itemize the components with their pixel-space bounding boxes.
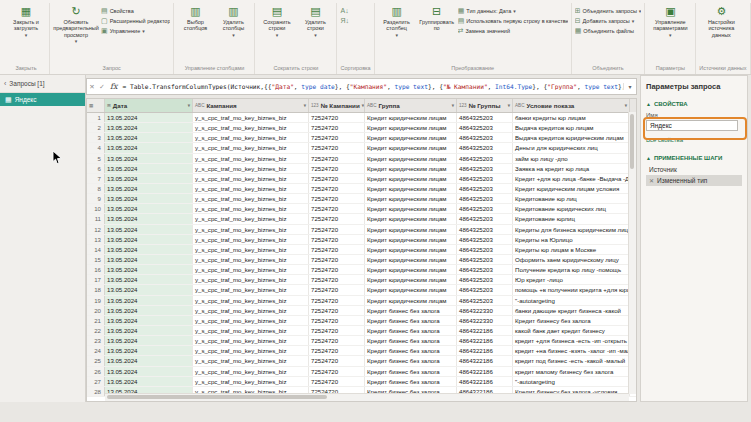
- table-cell[interactable]: 13.05.2024: [105, 214, 193, 223]
- table-cell[interactable]: Кредит юридическим лицам: [365, 275, 457, 284]
- keep-rows-button[interactable]: ▤Сохранить строки▾: [258, 3, 295, 40]
- table-cell[interactable]: 13.05.2024: [105, 265, 193, 274]
- table-cell[interactable]: займ юр лицу -дпо: [513, 154, 630, 163]
- table-cell[interactable]: y_s_cpc_traf_mo_key_biznes_biz: [193, 275, 309, 284]
- column-header-№ Группы[interactable]: 123№ Группы▾: [457, 99, 513, 112]
- table-cell[interactable]: y_s_cpc_traf_mo_key_biznes_biz: [193, 174, 309, 183]
- table-cell[interactable]: Кредит юридическим лицам: [365, 123, 457, 132]
- table-cell[interactable]: 4864322186: [457, 377, 513, 386]
- merge-queries-button[interactable]: ⊞Объединить запросы▾: [575, 7, 642, 15]
- table-cell[interactable]: Деньги для юридических лиц: [513, 143, 630, 152]
- table-cell[interactable]: Получение кредита юр лицу -помощь: [513, 265, 630, 274]
- row-number-cell[interactable]: 1: [87, 113, 105, 122]
- split-column-button[interactable]: ▥Разделить столбец▾: [378, 3, 416, 40]
- row-number-cell[interactable]: 19: [87, 296, 105, 305]
- advanced-editor-button[interactable]: ▢Расширенный редактор: [101, 17, 170, 25]
- table-cell[interactable]: 13.05.2024: [105, 235, 193, 244]
- table-cell[interactable]: Кредит юридическим лицам: [365, 255, 457, 264]
- row-number-cell[interactable]: 28: [87, 387, 105, 396]
- row-number-cell[interactable]: 6: [87, 164, 105, 173]
- table-cell[interactable]: 4864322186: [457, 346, 513, 355]
- table-cell[interactable]: 72524720: [309, 275, 365, 284]
- table-cell[interactable]: 13.05.2024: [105, 285, 193, 294]
- table-cell[interactable]: 72524720: [309, 346, 365, 355]
- replace-values-button[interactable]: ⇄Замена значений: [458, 27, 568, 35]
- vertical-scrollbar[interactable]: [628, 112, 636, 394]
- collapse-section-icon[interactable]: ▲: [646, 155, 651, 161]
- table-cell[interactable]: "-autotargeting: [513, 296, 630, 305]
- table-cell[interactable]: Кредит юридическим лицам: [365, 296, 457, 305]
- table-cell[interactable]: 4864325203: [457, 255, 513, 264]
- remove-rows-button[interactable]: ▤Удалить строки▾: [297, 3, 333, 40]
- table-cell[interactable]: y_s_cpc_traf_mo_key_biznes_biz: [193, 123, 309, 132]
- row-number-cell[interactable]: 22: [87, 326, 105, 335]
- table-cell[interactable]: Кредитование юр лиц: [513, 194, 630, 203]
- table-cell[interactable]: Кредит +для юр лица -банке -Выдача -День…: [513, 174, 630, 183]
- table-cell[interactable]: 4864322186: [457, 367, 513, 376]
- table-cell[interactable]: y_s_cpc_traf_mo_key_biznes_biz: [193, 367, 309, 376]
- table-cell[interactable]: Кредит юридическим лицам условия: [513, 184, 630, 193]
- table-cell[interactable]: какой банк дает кредит бизнесу: [513, 326, 630, 335]
- sort-descending-button[interactable]: Я↓: [340, 17, 349, 25]
- table-cell[interactable]: Кредитование юридических лиц: [513, 204, 630, 213]
- expand-formula-bar-icon[interactable]: ▾: [623, 83, 636, 90]
- delete-step-icon[interactable]: ✕: [649, 177, 654, 184]
- table-cell[interactable]: 4864325203: [457, 265, 513, 274]
- properties-button[interactable]: ▤Свойства: [101, 7, 170, 15]
- data-type-button[interactable]: ▦Тип данных: Дата▾: [458, 7, 568, 15]
- table-cell[interactable]: 72524720: [309, 123, 365, 132]
- filter-icon[interactable]: ▾: [362, 103, 364, 108]
- table-cell[interactable]: 13.05.2024: [105, 275, 193, 284]
- table-cell[interactable]: y_s_cpc_traf_mo_key_biznes_biz: [193, 255, 309, 264]
- table-cell[interactable]: Юр кредит -лицо: [513, 275, 630, 284]
- cancel-formula-icon[interactable]: ✕: [87, 83, 97, 91]
- table-cell[interactable]: 4864325203: [457, 184, 513, 193]
- manage-button[interactable]: ▣Управление▾: [101, 27, 170, 35]
- table-cell[interactable]: 72524720: [309, 255, 365, 264]
- table-cell[interactable]: y_s_cpc_traf_mo_key_biznes_biz: [193, 346, 309, 355]
- table-cell[interactable]: 72524720: [309, 326, 365, 335]
- table-cell[interactable]: 4864325203: [457, 225, 513, 234]
- table-cell[interactable]: 13.05.2024: [105, 356, 193, 365]
- table-cell[interactable]: Кредит бизнес без залога: [365, 336, 457, 345]
- row-number-cell[interactable]: 27: [87, 377, 105, 386]
- table-cell[interactable]: кредит под бизнес -есть -какой -малый: [513, 356, 630, 365]
- table-cell[interactable]: 13.05.2024: [105, 326, 193, 335]
- table-cell[interactable]: 72524720: [309, 174, 365, 183]
- applied-step-item[interactable]: ✕Измененный тип: [646, 175, 742, 186]
- table-cell[interactable]: 13.05.2024: [105, 143, 193, 152]
- sort-ascending-button[interactable]: А↓: [340, 7, 349, 15]
- table-cell[interactable]: 13.05.2024: [105, 174, 193, 183]
- table-cell[interactable]: кредит +на бизнес -взять -залог -ип -мал…: [513, 346, 630, 355]
- table-cell[interactable]: Кредит юридическим лицам: [365, 133, 457, 142]
- table-cell[interactable]: 4864325203: [457, 235, 513, 244]
- table-cell[interactable]: Кредит юридическим лицам: [365, 235, 457, 244]
- table-cell[interactable]: 13.05.2024: [105, 306, 193, 315]
- table-cell[interactable]: Кредит юридическим лицам: [365, 184, 457, 193]
- table-cell[interactable]: 4864325203: [457, 204, 513, 213]
- table-cell[interactable]: Кредит бизнес без залога: [365, 356, 457, 365]
- table-cell[interactable]: Кредит юридическим лицам: [365, 143, 457, 152]
- table-cell[interactable]: Кредит юридическим лицам: [365, 285, 457, 294]
- table-cell[interactable]: 72524720: [309, 204, 365, 213]
- table-cell[interactable]: 72524720: [309, 367, 365, 376]
- table-cell[interactable]: банки кредиты юр лицам: [513, 113, 630, 122]
- table-cell[interactable]: y_s_cpc_traf_mo_key_biznes_biz: [193, 265, 309, 274]
- table-cell[interactable]: 4864322186: [457, 336, 513, 345]
- table-cell[interactable]: 4864325203: [457, 133, 513, 142]
- table-cell[interactable]: кредит +для бизнеса -есть -ип -открыть -…: [513, 336, 630, 345]
- table-cell[interactable]: кредит малому бизнесу без залога: [513, 367, 630, 376]
- table-cell[interactable]: Кредит бизнес без залога: [365, 306, 457, 315]
- row-number-cell[interactable]: 21: [87, 316, 105, 325]
- table-cell[interactable]: 13.05.2024: [105, 154, 193, 163]
- row-number-cell[interactable]: 14: [87, 245, 105, 254]
- table-cell[interactable]: 13.05.2024: [105, 377, 193, 386]
- table-cell[interactable]: 4864325203: [457, 164, 513, 173]
- table-cell[interactable]: 72524720: [309, 133, 365, 142]
- table-cell[interactable]: Кредит юридическим лицам: [365, 245, 457, 254]
- filter-icon[interactable]: ▾: [304, 103, 306, 108]
- collapse-section-icon[interactable]: ▲: [646, 101, 651, 107]
- table-cell[interactable]: 13.05.2024: [105, 204, 193, 213]
- table-cell[interactable]: 13.05.2024: [105, 346, 193, 355]
- table-cell[interactable]: Выдача кредитов юридическим лицам: [513, 133, 630, 142]
